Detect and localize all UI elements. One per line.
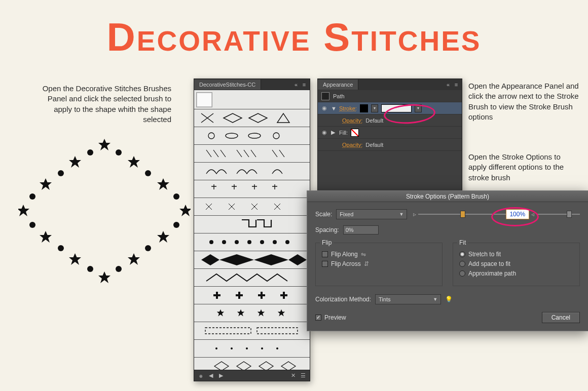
expand-icon[interactable]: ▼ [331, 105, 336, 111]
stroke-color-swatch[interactable] [360, 104, 368, 112]
prev-icon[interactable]: ◀ [207, 372, 214, 379]
fit-addspace-radio[interactable]: Add space to fit [459, 260, 573, 267]
svg-marker-53 [278, 309, 285, 317]
brush-item[interactable] [194, 163, 310, 180]
chevron-down-icon: ▼ [433, 297, 437, 302]
svg-point-41 [235, 240, 239, 244]
brush-item[interactable] [194, 180, 310, 198]
path-label: Path [333, 93, 345, 99]
brush-item[interactable] [194, 340, 310, 358]
stroke-weight-dropdown[interactable]: ▾ [371, 104, 378, 112]
opacity-value: Default [365, 118, 383, 124]
fit-stretch-radio[interactable]: Stretch to fit [459, 251, 573, 258]
panel-footer: ⎈ ◀ ▶ ✕ ☰ [194, 370, 310, 381]
svg-point-5 [173, 193, 179, 200]
next-icon[interactable]: ▶ [217, 372, 225, 379]
library-icon[interactable]: ⎈ [197, 372, 204, 379]
svg-marker-12 [98, 271, 111, 283]
brush-item[interactable] [194, 109, 310, 127]
scale-mode-dropdown[interactable]: Fixed ▼ [336, 209, 407, 219]
svg-point-9 [145, 245, 151, 251]
appearance-fill-row[interactable]: ◉ ▶ Fill: [318, 127, 462, 139]
chevron-down-icon: ▼ [399, 212, 403, 217]
svg-point-28 [226, 133, 238, 138]
svg-marker-26 [277, 113, 289, 123]
brush-item[interactable] [194, 322, 310, 340]
flip-across-checkbox[interactable]: Flip Across ⇵ [322, 260, 436, 267]
visibility-icon[interactable]: ◉ [321, 129, 328, 136]
spacing-input[interactable]: 0% [343, 225, 379, 234]
panel-menu-icon[interactable]: ≡ [453, 81, 460, 88]
svg-marker-61 [214, 362, 229, 370]
slider-min-icon: ▹ [411, 211, 418, 218]
panel-collapse-icon[interactable]: « [292, 81, 300, 88]
svg-point-43 [260, 240, 264, 244]
preview-checkbox[interactable]: Preview [315, 314, 346, 321]
slider-max-icon: ◃ [529, 211, 536, 218]
options-icon[interactable]: ☰ [300, 372, 307, 379]
svg-marker-8 [157, 231, 169, 243]
brush-item[interactable] [194, 216, 310, 233]
svg-point-19 [29, 193, 35, 200]
fit-approx-radio[interactable]: Approximate path [459, 270, 573, 277]
expand-icon[interactable]: ▶ [331, 129, 336, 136]
brush-item[interactable] [194, 90, 310, 109]
svg-point-57 [231, 347, 233, 349]
svg-marker-25 [249, 113, 267, 123]
spacing-label: Spacing: [315, 226, 339, 233]
panel-menu-icon[interactable]: ≡ [301, 81, 308, 88]
colorization-dropdown[interactable]: Tints ▼ [375, 294, 441, 304]
stroke-brush-dropdown[interactable]: ▾ [415, 104, 422, 112]
svg-marker-18 [18, 205, 29, 216]
svg-point-29 [248, 133, 261, 138]
brush-item[interactable] [194, 127, 310, 145]
opacity-label[interactable]: Opacity: [342, 142, 362, 148]
dialog-title: Stroke Options (Pattern Brush) [307, 191, 588, 202]
brush-item[interactable] [194, 358, 310, 370]
svg-marker-62 [237, 362, 251, 370]
visibility-icon[interactable]: ◉ [321, 105, 328, 112]
brush-item[interactable] [194, 287, 310, 304]
svg-point-27 [208, 133, 214, 139]
brush-item[interactable] [194, 233, 310, 251]
remove-stroke-icon[interactable]: ✕ [289, 372, 297, 379]
appearance-tab[interactable]: Appearance [318, 80, 358, 90]
flip-along-checkbox[interactable]: Flip Along ⇋ [322, 251, 436, 258]
cancel-button[interactable]: Cancel [542, 312, 580, 323]
svg-point-39 [209, 240, 213, 244]
brush-item[interactable] [194, 251, 310, 269]
brush-item[interactable] [194, 304, 310, 322]
colorization-value: Tints [379, 296, 390, 302]
panel-collapse-icon[interactable]: « [445, 81, 452, 88]
flip-legend: Flip [320, 239, 334, 246]
svg-marker-47 [219, 254, 254, 265]
appearance-stroke-row[interactable]: ◉ ▼ Stroke: ▾ · · · ▾ [318, 102, 462, 114]
svg-marker-49 [288, 254, 307, 265]
brushes-tab[interactable]: DecorativeStitches-CC [194, 80, 261, 90]
brush-item[interactable] [194, 269, 310, 287]
appearance-panel: Appearance « ≡ Path ◉ ▼ Stroke: ▾ · · · … [317, 79, 462, 195]
stroke-opacity-row[interactable]: Opacity: Default [318, 114, 462, 127]
opacity-value: Default [365, 142, 383, 148]
scale-value-input[interactable]: 100% [506, 209, 529, 219]
flip-group: Flip Flip Along ⇋ Flip Across ⇵ [315, 243, 443, 286]
svg-point-45 [285, 240, 289, 244]
svg-marker-63 [259, 362, 273, 370]
fill-opacity-row[interactable]: Opacity: Default [318, 139, 462, 151]
stroke-label[interactable]: Stroke: [339, 105, 357, 111]
brush-item[interactable] [194, 145, 310, 163]
svg-point-7 [173, 222, 179, 228]
svg-marker-20 [40, 178, 52, 190]
brush-item[interactable] [194, 198, 310, 216]
svg-point-3 [145, 170, 151, 176]
svg-line-36 [251, 150, 256, 157]
svg-line-33 [220, 150, 226, 157]
tip-lightbulb-icon[interactable]: 💡 [445, 296, 453, 303]
scale-slider[interactable]: ▹ 100% ◃ [411, 209, 580, 219]
fit-stretch-label: Stretch to fit [468, 251, 501, 258]
svg-marker-16 [40, 231, 52, 243]
flip-along-label: Flip Along [331, 251, 358, 258]
fill-color-swatch[interactable] [351, 129, 359, 137]
stroke-brush-preview[interactable]: · · · [381, 104, 412, 112]
opacity-label[interactable]: Opacity: [342, 118, 362, 124]
